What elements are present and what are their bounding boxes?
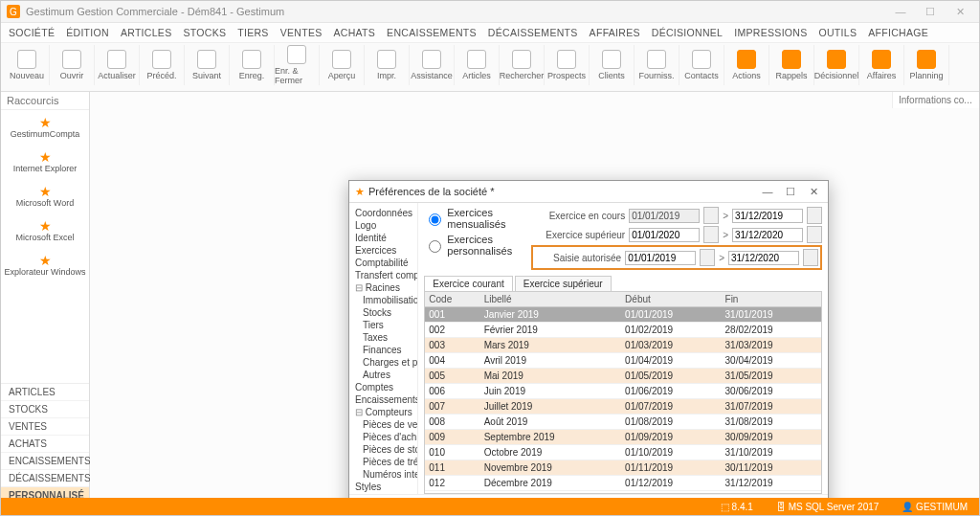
ribbon-btn[interactable]: Fourniss.	[635, 45, 679, 85]
tree-node[interactable]: Comptabilité	[353, 257, 413, 269]
ribbon-btn[interactable]: Ouvrir	[50, 45, 95, 85]
tree-node[interactable]: Transfert comptable	[353, 269, 413, 281]
tab[interactable]: Exercice supérieur	[515, 276, 612, 291]
menu-item[interactable]: ENCAISSEMENTS	[387, 27, 477, 38]
calendar-icon[interactable]	[807, 226, 822, 243]
date-from[interactable]	[629, 228, 700, 242]
dialog-maximize-icon[interactable]: ☐	[782, 186, 799, 198]
tree-node[interactable]: Pièces de vente	[353, 418, 413, 431]
ribbon-btn[interactable]: Planning	[904, 45, 949, 85]
ribbon-btn[interactable]: Prospects	[545, 45, 590, 85]
tree-node[interactable]: Racines	[353, 281, 413, 294]
menu-item[interactable]: TIERS	[237, 27, 268, 38]
radio-mensualises[interactable]: Exercices mensualisés	[424, 207, 512, 230]
shortcut-item[interactable]: ★GestimumCompta	[1, 110, 89, 145]
sidebar-category[interactable]: VENTES	[1, 418, 89, 436]
table-row[interactable]: 009Septembre 201901/09/201930/09/2019	[425, 430, 821, 445]
col-header[interactable]: Fin	[722, 292, 821, 307]
calendar-icon[interactable]	[703, 226, 719, 243]
tree-node[interactable]: Compteurs	[353, 406, 413, 418]
close-icon[interactable]: ✕	[947, 6, 973, 18]
table-row[interactable]: 002Février 201901/02/201928/02/2019	[425, 323, 821, 338]
menu-item[interactable]: AFFICHAGE	[868, 27, 928, 38]
shortcut-item[interactable]: ★Explorateur Windows	[1, 248, 89, 282]
shortcut-item[interactable]: ★Microsoft Word	[1, 179, 89, 213]
ribbon-btn[interactable]: Articles	[455, 45, 500, 85]
table-row[interactable]: 012Décembre 201901/12/201931/12/2019	[425, 476, 821, 491]
ribbon-btn[interactable]: Enreg.	[230, 45, 275, 85]
menubar[interactable]: SOCIÉTÉÉDITIONARTICLESSTOCKSTIERSVENTESA…	[1, 23, 979, 43]
sidebar-category[interactable]: ENCAISSEMENTS	[1, 453, 89, 470]
ribbon-btn[interactable]: Affaires	[859, 45, 904, 85]
dialog-minimize-icon[interactable]: —	[759, 186, 776, 198]
date-to[interactable]	[732, 209, 803, 223]
ribbon-btn[interactable]: Précéd.	[140, 45, 185, 85]
preferences-tree[interactable]: CoordonnéesLogoIdentitéExercicesComptabi…	[349, 203, 418, 494]
shortcut-item[interactable]: ★Microsoft Excel	[1, 213, 89, 248]
date-to[interactable]	[728, 251, 799, 265]
tree-node[interactable]: Comptes	[353, 381, 413, 393]
ribbon-btn[interactable]: Actualiser	[95, 45, 140, 85]
menu-item[interactable]: ACHATS	[333, 27, 375, 38]
menu-item[interactable]: DÉCAISSEMENTS	[488, 27, 578, 38]
table-row[interactable]: 003Mars 201901/03/201931/03/2019	[425, 338, 821, 353]
calendar-icon[interactable]	[700, 249, 715, 266]
ribbon-btn[interactable]: Suivant	[185, 45, 230, 85]
table-row[interactable]: 007Juillet 201901/07/201931/07/2019	[425, 399, 821, 415]
sidebar-category[interactable]: ARTICLES	[1, 384, 89, 401]
tree-node[interactable]: Finances	[353, 344, 413, 356]
tree-node[interactable]: Autres	[353, 369, 413, 381]
ribbon-btn[interactable]: Enr. & Fermer	[275, 45, 320, 85]
ribbon-btn[interactable]: Contacts	[679, 45, 724, 85]
calendar-icon[interactable]	[803, 249, 818, 266]
table-row[interactable]: 011Novembre 201901/11/201930/11/2019	[425, 460, 821, 476]
ribbon-btn[interactable]: Clients	[590, 45, 635, 85]
col-header[interactable]: Début	[621, 292, 721, 307]
tree-node[interactable]: Exercices	[353, 244, 413, 257]
tree-node[interactable]: Identité	[353, 232, 413, 244]
window-controls[interactable]: — ☐ ✕	[887, 6, 973, 18]
calendar-icon[interactable]	[807, 207, 822, 224]
shortcut-item[interactable]: ★Internet Explorer	[1, 145, 89, 179]
tree-node[interactable]: Pièces de trésorerie	[353, 456, 413, 468]
tree-node[interactable]: Coordonnées	[353, 207, 413, 219]
menu-item[interactable]: SOCIÉTÉ	[9, 27, 55, 38]
tree-node[interactable]: Immobilisations	[353, 294, 413, 306]
date-from[interactable]	[625, 251, 696, 265]
menu-item[interactable]: DÉCISIONNEL	[652, 27, 723, 38]
ribbon-btn[interactable]: Aperçu	[320, 45, 365, 85]
ribbon[interactable]: NouveauOuvrirActualiserPrécéd.SuivantEnr…	[1, 43, 979, 92]
sidebar-category[interactable]: ACHATS	[1, 436, 89, 453]
menu-item[interactable]: ARTICLES	[121, 27, 172, 38]
tree-node[interactable]: Encaissements	[353, 393, 413, 406]
minimize-icon[interactable]: —	[887, 6, 914, 17]
table-row[interactable]: 010Octobre 201901/10/201931/10/2019	[425, 445, 821, 460]
tree-node[interactable]: Styles	[353, 481, 413, 493]
maximize-icon[interactable]: ☐	[917, 6, 944, 18]
date-from[interactable]	[629, 209, 700, 223]
table-row[interactable]: 004Avril 201901/04/201930/04/2019	[425, 353, 821, 369]
ribbon-btn[interactable]: Rechercher	[500, 45, 545, 85]
table-row[interactable]: 001Janvier 201901/01/201931/01/2019	[425, 307, 821, 323]
tree-node[interactable]: Tiers	[353, 319, 413, 331]
tree-node[interactable]: Logo	[353, 219, 413, 232]
col-header[interactable]: Libellé	[480, 292, 621, 307]
tree-node[interactable]: Pièces de stock	[353, 443, 413, 456]
periods-grid[interactable]: CodeLibelléDébutFin001Janvier 201901/01/…	[424, 291, 822, 494]
tree-node[interactable]: Taxes	[353, 331, 413, 344]
dialog-close-icon[interactable]: ✕	[805, 186, 822, 198]
sidebar-category[interactable]: DÉCAISSEMENTS	[1, 470, 89, 487]
col-header[interactable]: Code	[425, 292, 479, 307]
menu-item[interactable]: OUTILS	[819, 27, 858, 38]
menu-item[interactable]: STOCKS	[183, 27, 226, 38]
ribbon-btn[interactable]: Assistance	[410, 45, 455, 85]
tab[interactable]: Exercice courant	[424, 276, 512, 291]
sidebar-category[interactable]: STOCKS	[1, 401, 89, 418]
menu-item[interactable]: AFFAIRES	[590, 27, 640, 38]
table-row[interactable]: 008Août 201901/08/201931/08/2019	[425, 415, 821, 430]
ribbon-btn[interactable]: Décisionnel	[814, 45, 859, 85]
ribbon-btn[interactable]: Nouveau	[5, 45, 50, 85]
menu-item[interactable]: IMPRESSIONS	[734, 27, 807, 38]
tree-node[interactable]: Numéros internes	[353, 468, 413, 481]
ribbon-btn[interactable]: Actions	[724, 45, 769, 85]
